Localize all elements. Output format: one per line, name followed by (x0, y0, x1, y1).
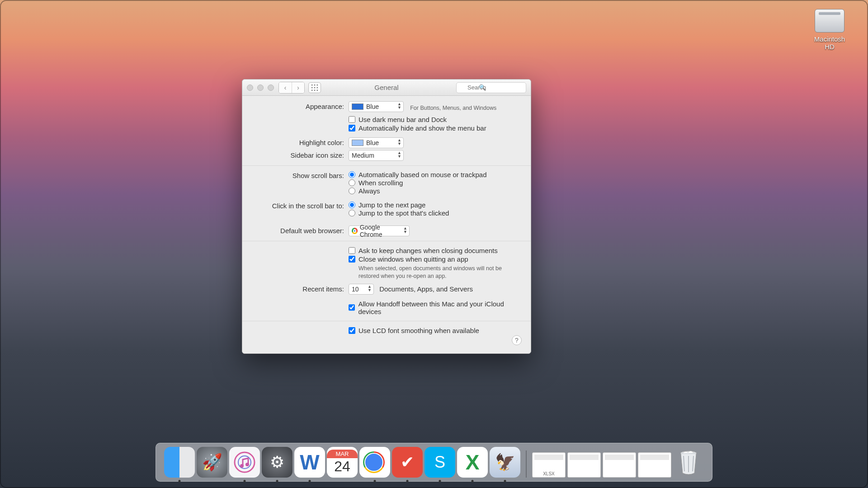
chrome-icon (352, 228, 358, 234)
click-scroll-spot-radio[interactable]: Jump to the spot that's clicked (349, 209, 522, 217)
system-preferences-general-window: ‹ › General 🔍 Appearance: Blue ▲▼ (242, 79, 531, 354)
dock-app-launchpad[interactable]: 🚀 (197, 447, 227, 478)
close-windows-checkbox[interactable]: Close windows when quitting an app (349, 255, 522, 263)
desktop: Macintosh HD ‹ › General 🔍 App (0, 0, 868, 488)
close-button[interactable] (247, 84, 253, 91)
svg-rect-6 (311, 89, 312, 90)
svg-rect-3 (311, 87, 312, 88)
drive-label: Macintosh HD (809, 35, 850, 51)
dock-app-mail[interactable]: 🦅 (490, 447, 520, 478)
nav-back-forward: ‹ › (278, 82, 305, 94)
dock-minimized-window-1[interactable]: XLSX (532, 452, 566, 478)
sidebar-icon-size-label: Sidebar icon size: (251, 150, 349, 160)
svg-point-11 (240, 464, 244, 468)
dock-app-todoist[interactable]: ✔ (392, 447, 423, 478)
forward-button[interactable]: › (292, 82, 304, 93)
click-scroll-nextpage-radio[interactable]: Jump to the next page (349, 201, 522, 209)
dock-app-excel[interactable]: X (457, 447, 488, 478)
handoff-checkbox[interactable]: Allow Handoff between this Mac and your … (349, 300, 522, 315)
grid-icon (311, 84, 318, 91)
dark-menubar-checkbox[interactable]: Use dark menu bar and Dock (349, 116, 522, 123)
dock-app-calendar[interactable]: MAR24 (327, 447, 358, 478)
svg-rect-1 (314, 84, 315, 85)
search-icon: 🔍 (479, 84, 486, 91)
dock-app-system-preferences[interactable]: ⚙ (262, 447, 292, 478)
highlight-select[interactable]: Blue ▲▼ (349, 137, 404, 148)
recent-items-suffix: Documents, Apps, and Servers (379, 285, 473, 293)
minimize-button[interactable] (257, 84, 264, 91)
dock-trash[interactable] (673, 447, 704, 478)
dock-separator (526, 450, 527, 478)
dock-app-chrome[interactable] (359, 447, 390, 478)
appearance-select[interactable]: Blue ▲▼ (349, 101, 404, 112)
scrollbars-always-radio[interactable]: Always (349, 187, 522, 195)
default-browser-select[interactable]: Google Chrome ▲▼ (349, 225, 410, 236)
dock-minimized-window-3[interactable] (603, 452, 636, 478)
ask-keep-changes-checkbox[interactable]: Ask to keep changes when closing documen… (349, 247, 522, 254)
search-input[interactable] (456, 82, 526, 93)
recent-items-label: Recent items: (251, 284, 349, 294)
svg-rect-5 (317, 87, 318, 88)
zoom-button[interactable] (268, 84, 274, 91)
traffic-lights (247, 84, 274, 91)
appearance-hint: For Buttons, Menus, and Windows (410, 105, 496, 111)
lcd-font-smoothing-checkbox[interactable]: Use LCD font smoothing when available (349, 327, 522, 334)
svg-rect-7 (314, 89, 315, 90)
dock-minimized-window-2[interactable] (567, 452, 601, 478)
drive-icon (815, 9, 844, 33)
close-windows-hint: When selected, open documents and window… (359, 265, 508, 280)
show-all-button[interactable] (308, 82, 321, 93)
help-button[interactable]: ? (512, 335, 522, 345)
svg-rect-0 (311, 84, 312, 85)
autohide-menubar-checkbox[interactable]: Automatically hide and show the menu bar (349, 124, 522, 132)
dock-app-finder[interactable] (164, 447, 195, 478)
click-scrollbar-label: Click in the scroll bar to: (251, 201, 349, 211)
svg-rect-8 (317, 89, 318, 90)
dock-app-word[interactable]: W (294, 447, 325, 478)
highlight-label: Highlight color: (251, 137, 349, 148)
svg-rect-2 (317, 84, 318, 85)
scrollbars-whenscrolling-radio[interactable]: When scrolling (349, 179, 522, 187)
show-scrollbars-label: Show scroll bars: (251, 170, 349, 181)
desktop-drive-macintosh-hd[interactable]: Macintosh HD (809, 9, 850, 51)
scrollbars-auto-radio[interactable]: Automatically based on mouse or trackpad (349, 171, 522, 178)
dock-minimized-window-4[interactable] (638, 452, 671, 478)
default-browser-label: Default web browser: (251, 225, 349, 236)
dock: 🚀 ⚙ W MAR24 ✔ S X 🦅 XLSX (156, 443, 712, 482)
svg-point-12 (245, 463, 249, 466)
window-titlebar[interactable]: ‹ › General 🔍 (242, 80, 531, 96)
appearance-label: Appearance: (251, 101, 349, 112)
sidebar-icon-size-select[interactable]: Medium ▲▼ (349, 150, 404, 161)
svg-rect-4 (314, 87, 315, 88)
dock-app-itunes[interactable] (229, 447, 260, 478)
back-button[interactable]: ‹ (279, 82, 292, 93)
dock-app-skype[interactable]: S (425, 447, 455, 478)
svg-point-9 (235, 452, 255, 472)
svg-point-10 (238, 456, 251, 469)
recent-items-select[interactable]: 10 ▲▼ (349, 284, 374, 295)
